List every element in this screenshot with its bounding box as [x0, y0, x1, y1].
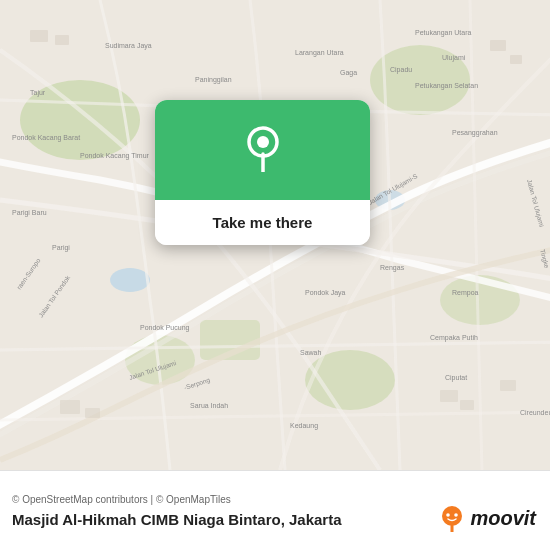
- svg-text:Sudimara Jaya: Sudimara Jaya: [105, 42, 152, 50]
- svg-rect-14: [85, 408, 100, 418]
- svg-text:Ulujami: Ulujami: [442, 54, 466, 62]
- svg-text:Gaga: Gaga: [340, 69, 357, 77]
- location-popup: Take me there: [155, 100, 370, 245]
- svg-rect-16: [460, 400, 474, 410]
- svg-text:Rempoa: Rempoa: [452, 289, 479, 297]
- bottom-info-bar: © OpenStreetMap contributors | © OpenMap…: [0, 470, 550, 550]
- svg-point-54: [455, 513, 459, 517]
- svg-rect-13: [60, 400, 80, 414]
- svg-text:Pondok Pucung: Pondok Pucung: [140, 324, 190, 332]
- moovit-brand-name: moovit: [470, 507, 536, 530]
- svg-rect-17: [500, 380, 516, 391]
- svg-text:Sarua Indah: Sarua Indah: [190, 402, 228, 409]
- svg-rect-10: [55, 35, 69, 45]
- svg-text:Cempaka Putih: Cempaka Putih: [430, 334, 478, 342]
- svg-point-52: [442, 506, 462, 526]
- svg-text:Paninggilan: Paninggilan: [195, 76, 232, 84]
- map-attribution: © OpenStreetMap contributors | © OpenMap…: [12, 494, 538, 505]
- popup-header: [155, 100, 370, 200]
- svg-text:Parigi: Parigi: [52, 244, 70, 252]
- moovit-logo: moovit: [438, 504, 536, 532]
- svg-text:Ciputat: Ciputat: [445, 374, 467, 382]
- svg-rect-12: [510, 55, 522, 64]
- svg-point-53: [447, 513, 451, 517]
- svg-text:Cipadu: Cipadu: [390, 66, 412, 74]
- svg-text:Larangan Utara: Larangan Utara: [295, 49, 344, 57]
- svg-text:Sawah: Sawah: [300, 349, 322, 356]
- svg-text:Pondok Jaya: Pondok Jaya: [305, 289, 346, 297]
- svg-text:Pondok Kacang Timur: Pondok Kacang Timur: [80, 152, 150, 160]
- map-container: Sudimara Jaya Larangan Utara Petukangan …: [0, 0, 550, 470]
- take-me-there-button[interactable]: Take me there: [155, 200, 370, 245]
- svg-point-7: [110, 268, 150, 292]
- svg-text:Rengas: Rengas: [380, 264, 405, 272]
- svg-text:Pondok Kacang Barat: Pondok Kacang Barat: [12, 134, 80, 142]
- moovit-icon: [438, 504, 466, 532]
- svg-text:Cireundeu: Cireundeu: [520, 409, 550, 416]
- svg-text:Pesanggrahan: Pesanggrahan: [452, 129, 498, 137]
- svg-text:Kedaung: Kedaung: [290, 422, 318, 430]
- svg-rect-11: [490, 40, 506, 51]
- svg-rect-15: [440, 390, 458, 402]
- svg-rect-9: [30, 30, 48, 42]
- svg-text:Tajur: Tajur: [30, 89, 46, 97]
- svg-text:Parigi Baru: Parigi Baru: [12, 209, 47, 217]
- svg-text:Petukangan Utara: Petukangan Utara: [415, 29, 472, 37]
- location-pin-icon: [237, 120, 289, 172]
- svg-point-51: [257, 136, 269, 148]
- svg-text:Petukangan Selatan: Petukangan Selatan: [415, 82, 478, 90]
